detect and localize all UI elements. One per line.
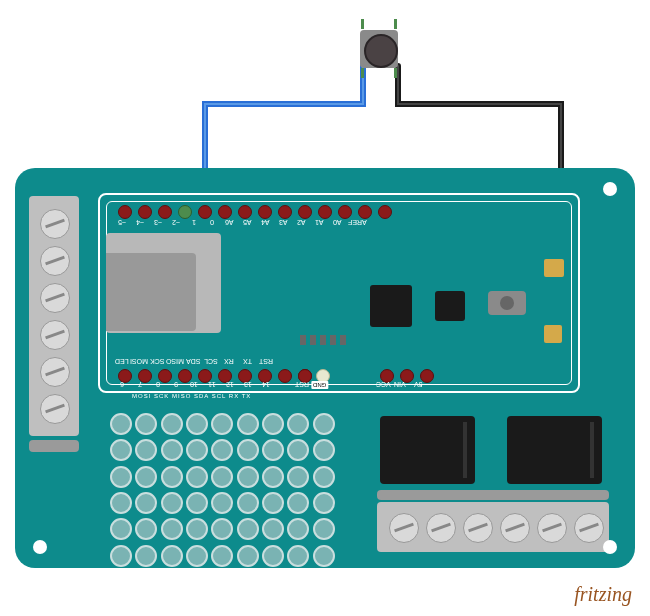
proto-hole[interactable] [161, 545, 183, 567]
proto-hole[interactable] [110, 492, 132, 514]
proto-hole[interactable] [287, 439, 309, 461]
proto-hole[interactable] [211, 518, 233, 540]
pin-label: 10 [190, 381, 198, 388]
terminal-screw[interactable] [537, 513, 567, 543]
proto-hole[interactable] [262, 439, 284, 461]
terminal-screw[interactable] [463, 513, 493, 543]
proto-hole[interactable] [135, 518, 157, 540]
proto-hole[interactable] [313, 518, 335, 540]
pin-a2[interactable] [318, 205, 332, 219]
proto-hole[interactable] [110, 439, 132, 461]
pin-a5[interactable] [258, 205, 272, 219]
terminal-block-left-cap [29, 440, 79, 452]
proto-hole[interactable] [186, 466, 208, 488]
pin-label: AREF [348, 219, 367, 226]
proto-hole[interactable] [313, 545, 335, 567]
terminal-screw[interactable] [426, 513, 456, 543]
pin-a1[interactable] [338, 205, 352, 219]
proto-hole[interactable] [287, 518, 309, 540]
proto-hole[interactable] [287, 545, 309, 567]
terminal-screw[interactable] [40, 246, 70, 276]
pin-a3[interactable] [298, 205, 312, 219]
button-leg-1 [361, 19, 364, 29]
proto-hole[interactable] [211, 439, 233, 461]
pin-label: A1 [315, 219, 324, 226]
pin-d4[interactable] [138, 205, 152, 219]
proto-hole[interactable] [237, 439, 259, 461]
terminal-screw[interactable] [40, 357, 70, 387]
proto-hole[interactable] [186, 492, 208, 514]
reset-button[interactable] [488, 291, 526, 315]
proto-hole[interactable] [186, 518, 208, 540]
proto-hole[interactable] [262, 466, 284, 488]
proto-hole[interactable] [237, 466, 259, 488]
proto-hole[interactable] [262, 518, 284, 540]
terminal-screw[interactable] [40, 209, 70, 239]
proto-hole[interactable] [237, 492, 259, 514]
terminal-screw[interactable] [40, 283, 70, 313]
pin-label: ~2 [172, 219, 180, 226]
proto-hole[interactable] [313, 413, 335, 435]
proto-hole[interactable] [110, 545, 132, 567]
attribution-text: fritzing [574, 583, 632, 606]
proto-hole[interactable] [161, 439, 183, 461]
proto-hole[interactable] [313, 466, 335, 488]
mounting-hole [33, 540, 47, 554]
proto-hole[interactable] [237, 518, 259, 540]
proto-hole[interactable] [262, 492, 284, 514]
proto-hole[interactable] [135, 545, 157, 567]
proto-hole[interactable] [135, 492, 157, 514]
pin-aref[interactable] [378, 205, 392, 219]
pin-d0[interactable] [218, 205, 232, 219]
proto-hole[interactable] [262, 413, 284, 435]
proto-hole[interactable] [211, 413, 233, 435]
proto-hole[interactable] [262, 545, 284, 567]
terminal-screw[interactable] [389, 513, 419, 543]
pin-label: 1 [192, 219, 196, 226]
ic-chip [435, 291, 465, 321]
pin-d3[interactable] [158, 205, 172, 219]
proto-hole[interactable] [110, 413, 132, 435]
proto-hole[interactable] [161, 518, 183, 540]
proto-hole[interactable] [161, 413, 183, 435]
pin-label: 13 [244, 381, 252, 388]
proto-hole[interactable] [287, 466, 309, 488]
proto-hole[interactable] [211, 492, 233, 514]
proto-hole[interactable] [287, 492, 309, 514]
proto-hole[interactable] [110, 518, 132, 540]
passive-component [320, 335, 326, 345]
passive-component [340, 335, 346, 345]
proto-hole[interactable] [313, 492, 335, 514]
proto-hole[interactable] [186, 413, 208, 435]
proto-hole[interactable] [313, 439, 335, 461]
proto-hole[interactable] [237, 545, 259, 567]
proto-hole[interactable] [211, 466, 233, 488]
terminal-screw[interactable] [40, 394, 70, 424]
terminal-screw[interactable] [40, 320, 70, 350]
pin-a0[interactable] [358, 205, 372, 219]
proto-hole[interactable] [161, 492, 183, 514]
proto-hole[interactable] [237, 413, 259, 435]
proto-hole[interactable] [287, 413, 309, 435]
pin-d13-rst[interactable] [278, 369, 292, 383]
proto-hole[interactable] [161, 466, 183, 488]
proto-hole[interactable] [186, 439, 208, 461]
proto-hole[interactable] [110, 466, 132, 488]
tactile-pushbutton[interactable] [356, 26, 402, 72]
proto-hole[interactable] [186, 545, 208, 567]
pin-d1[interactable] [198, 205, 212, 219]
proto-hole[interactable] [135, 413, 157, 435]
pin-a6[interactable] [238, 205, 252, 219]
mcu-chip [370, 285, 412, 327]
button-leg-2 [394, 19, 397, 29]
proto-hole[interactable] [135, 439, 157, 461]
pin-d7-sck[interactable] [158, 369, 172, 383]
pin-a4[interactable] [278, 205, 292, 219]
proto-hole[interactable] [211, 545, 233, 567]
microsd-slot[interactable] [106, 233, 221, 333]
pin-d2[interactable] [178, 205, 192, 219]
proto-hole[interactable] [135, 466, 157, 488]
pin-d5[interactable] [118, 205, 132, 219]
terminal-screw[interactable] [574, 513, 604, 543]
terminal-screw[interactable] [500, 513, 530, 543]
